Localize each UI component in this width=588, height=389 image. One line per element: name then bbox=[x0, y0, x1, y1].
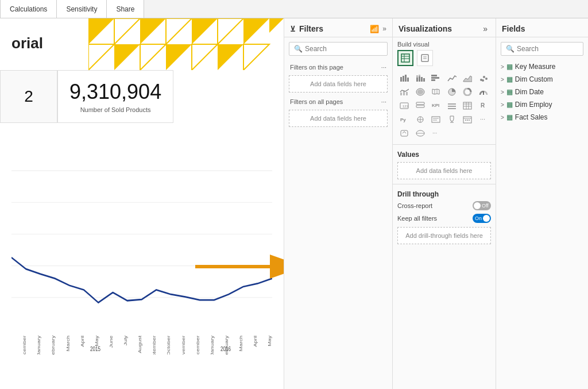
fields-search-input[interactable] bbox=[517, 45, 578, 53]
svg-rect-62 bbox=[431, 79, 435, 81]
filters-panel-header: ⊻ Filters 📶 » bbox=[284, 18, 392, 37]
viz-build-icons bbox=[393, 50, 496, 70]
viz-icon-r[interactable]: R bbox=[477, 99, 490, 112]
field-item-key-measures[interactable]: > ▦ Key Measure bbox=[496, 60, 588, 73]
viz-icon-custom2[interactable] bbox=[413, 127, 427, 140]
svg-text:2016: 2016 bbox=[220, 345, 231, 353]
viz-drill-drop[interactable]: Add drill-through fields here bbox=[397, 227, 491, 244]
svg-rect-47 bbox=[421, 55, 428, 61]
fields-panel: Fields 🔍 > ▦ Key Measure > ▦ Dim Custom … bbox=[496, 18, 588, 389]
fields-panel-header: Fields bbox=[496, 18, 588, 37]
wifi-icon[interactable]: 📶 bbox=[370, 25, 379, 33]
tab-sensitivity[interactable]: Sensitivity bbox=[57, 0, 107, 18]
viz-drill-section: Drill through bbox=[393, 187, 496, 199]
cross-report-toggle[interactable]: Off bbox=[473, 201, 491, 210]
viz-icon-multirow-card[interactable] bbox=[413, 99, 427, 112]
viz-expand-btn[interactable]: » bbox=[481, 24, 490, 33]
line-chart: November December January February March… bbox=[11, 139, 272, 355]
svg-marker-5 bbox=[218, 18, 243, 44]
more-options-icon[interactable]: ··· bbox=[381, 64, 386, 71]
viz-icon-ai[interactable] bbox=[413, 113, 427, 126]
viz-icon-pie[interactable] bbox=[445, 86, 459, 98]
keep-filters-toggle[interactable]: On bbox=[473, 214, 491, 223]
divider bbox=[393, 144, 496, 145]
viz-panel-title: Visualizations bbox=[399, 24, 452, 33]
filters-all-pages-drop[interactable]: Add data fields here bbox=[289, 110, 388, 127]
svg-text:Py: Py bbox=[400, 117, 406, 122]
svg-marker-9 bbox=[114, 44, 140, 70]
toggle-on-label: On bbox=[475, 215, 482, 221]
page-title: orial bbox=[11, 34, 43, 52]
search-icon: 🔍 bbox=[294, 45, 303, 53]
viz-icon-line[interactable] bbox=[445, 72, 459, 84]
viz-icon-calendar[interactable] bbox=[461, 113, 474, 126]
svg-text:November: November bbox=[11, 336, 13, 355]
viz-icon-bar[interactable] bbox=[397, 72, 411, 84]
field-item-dim-employ[interactable]: > ▦ Dim Employ bbox=[496, 98, 588, 111]
svg-rect-57 bbox=[419, 75, 420, 76]
field-table-icon4: ▦ bbox=[506, 101, 513, 109]
viz-icon-combo[interactable] bbox=[397, 86, 411, 98]
filters-search-input[interactable] bbox=[305, 45, 382, 53]
svg-marker-2 bbox=[140, 18, 166, 44]
svg-rect-52 bbox=[405, 75, 407, 82]
field-item-fact-sales[interactable]: > ▦ Fact Sales bbox=[496, 111, 588, 124]
svg-marker-3 bbox=[166, 18, 192, 44]
svg-text:January: January bbox=[210, 335, 214, 355]
svg-text:February: February bbox=[51, 335, 56, 355]
viz-build-format-icon[interactable] bbox=[417, 50, 433, 66]
viz-icon-py[interactable]: Py bbox=[397, 113, 411, 126]
tab-calculations[interactable]: Calculations bbox=[0, 0, 57, 18]
svg-text:2015: 2015 bbox=[90, 345, 100, 353]
yellow-triangles-decoration bbox=[88, 18, 284, 70]
field-item-dim-custom[interactable]: > ▦ Dim Custom bbox=[496, 73, 588, 86]
filters-search-box[interactable]: 🔍 bbox=[289, 42, 388, 56]
viz-icon-donut[interactable] bbox=[461, 86, 474, 98]
filters-this-page-drop[interactable]: Add data fields here bbox=[289, 75, 388, 93]
viz-icon-kpi[interactable]: KPI bbox=[429, 99, 443, 112]
viz-icon-custom1[interactable] bbox=[397, 127, 411, 140]
viz-icon-map[interactable] bbox=[429, 86, 443, 98]
cross-report-label: Cross-report bbox=[397, 202, 432, 209]
svg-rect-95 bbox=[432, 117, 440, 122]
viz-icon-expand2[interactable]: ··· bbox=[429, 127, 443, 140]
viz-icon-map-fill[interactable] bbox=[413, 86, 427, 98]
svg-text:July: July bbox=[123, 335, 127, 345]
svg-marker-11 bbox=[166, 44, 192, 70]
viz-icon-more[interactable]: ··· bbox=[477, 113, 490, 126]
tab-share[interactable]: Share bbox=[107, 0, 144, 18]
visualizations-panel: Visualizations » Build visual bbox=[393, 18, 496, 389]
viz-build-label: Build visual bbox=[393, 37, 496, 50]
field-item-dim-date[interactable]: > ▦ Dim Date bbox=[496, 86, 588, 98]
expand-icon[interactable]: » bbox=[382, 25, 386, 33]
viz-icon-card[interactable]: 123 bbox=[397, 99, 411, 112]
viz-values-drop[interactable]: Add data fields here bbox=[397, 162, 491, 179]
svg-rect-54 bbox=[416, 78, 418, 82]
svg-marker-63 bbox=[463, 76, 472, 82]
svg-point-104 bbox=[469, 120, 470, 121]
svg-text:April: April bbox=[253, 336, 258, 347]
svg-marker-10 bbox=[140, 44, 166, 70]
more-options-icon2[interactable]: ··· bbox=[381, 98, 386, 105]
toggle-knob bbox=[474, 202, 481, 209]
viz-icon-bar-h[interactable] bbox=[429, 72, 443, 84]
svg-marker-8 bbox=[88, 44, 114, 70]
viz-icon-table[interactable] bbox=[461, 99, 474, 112]
svg-marker-4 bbox=[192, 18, 218, 44]
svg-text:December: December bbox=[22, 336, 26, 355]
viz-icon-scatter[interactable] bbox=[477, 72, 490, 84]
field-expand-icon3: > bbox=[501, 89, 504, 95]
viz-icon-text[interactable] bbox=[429, 113, 443, 126]
viz-icon-area[interactable] bbox=[461, 72, 474, 84]
viz-build-table-icon[interactable] bbox=[397, 50, 413, 66]
svg-text:May: May bbox=[268, 335, 272, 346]
viz-icon-gauge[interactable] bbox=[477, 86, 490, 98]
svg-rect-61 bbox=[431, 77, 439, 79]
viz-icon-bar-stacked[interactable] bbox=[413, 72, 427, 84]
fields-search-box[interactable]: 🔍 bbox=[501, 42, 583, 56]
canvas-area: orial 2 9,310,904 Number of Sold Product… bbox=[0, 18, 284, 389]
svg-marker-13 bbox=[218, 44, 243, 70]
viz-icon-trophy[interactable] bbox=[445, 113, 459, 126]
svg-point-66 bbox=[485, 78, 488, 80]
viz-icon-slicer[interactable] bbox=[445, 99, 459, 112]
